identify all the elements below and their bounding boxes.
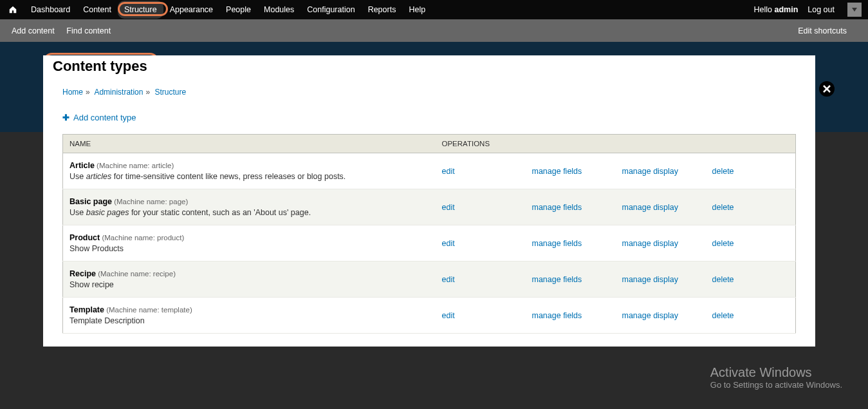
op-manage-display[interactable]: manage display <box>622 311 679 320</box>
cell-op: delete <box>706 225 796 262</box>
plus-icon: ✚ <box>62 113 69 122</box>
type-description: Template Description <box>69 316 429 325</box>
shortcut-find-content[interactable]: Find content <box>66 26 111 35</box>
op-edit[interactable]: edit <box>442 239 455 248</box>
windows-watermark: Activate Windows Go to Settings to activ… <box>710 365 842 390</box>
cell-op: delete <box>706 189 796 225</box>
svg-marker-0 <box>852 8 857 12</box>
table-row: Recipe (Machine name: recipe)Show recipe… <box>63 262 796 298</box>
page-title: Content types <box>53 58 147 74</box>
watermark-sub: Go to Settings to activate Windows. <box>710 380 842 390</box>
op-manage-fields[interactable]: manage fields <box>532 167 582 176</box>
cell-op: manage display <box>616 189 706 225</box>
toolbar-item-modules[interactable]: Modules <box>257 1 300 19</box>
op-edit[interactable]: edit <box>442 203 455 212</box>
cell-op: delete <box>706 153 796 189</box>
cell-op: edit <box>436 153 526 189</box>
machine-name: (Machine name: recipe) <box>96 270 176 278</box>
type-description: Use basic pages for your static content,… <box>69 208 429 217</box>
op-delete[interactable]: delete <box>712 311 734 320</box>
toolbar-item-people[interactable]: People <box>219 1 257 19</box>
watermark-title: Activate Windows <box>710 365 842 380</box>
shortcut-add-content[interactable]: Add content <box>12 26 55 35</box>
type-label: Basic page <box>69 197 112 206</box>
type-label: Template <box>69 305 104 314</box>
op-delete[interactable]: delete <box>712 239 734 248</box>
hello-text: Hello admin <box>754 5 799 14</box>
breadcrumb-home[interactable]: Home <box>62 88 83 97</box>
cell-op: edit <box>436 298 526 334</box>
add-content-type-label: Add content type <box>73 113 136 122</box>
toolbar-item-configuration[interactable]: Configuration <box>300 1 361 19</box>
overlay-panel: Content types Home» Administration» Stru… <box>43 55 815 347</box>
op-delete[interactable]: delete <box>712 275 734 284</box>
table-row: Basic page (Machine name: page)Use basic… <box>63 189 796 225</box>
home-icon[interactable] <box>6 3 19 16</box>
op-manage-fields[interactable]: manage fields <box>532 239 582 248</box>
table-row: Product (Machine name: product)Show Prod… <box>63 225 796 262</box>
machine-name: (Machine name: page) <box>112 198 188 205</box>
toolbar-item-content[interactable]: Content <box>77 1 118 19</box>
type-description: Show Products <box>69 244 429 253</box>
shortcuts-bar: Add content Find content Edit shortcuts <box>0 19 868 42</box>
edit-shortcuts-link[interactable]: Edit shortcuts <box>798 26 847 35</box>
op-manage-display[interactable]: manage display <box>622 275 679 284</box>
op-edit[interactable]: edit <box>442 167 455 176</box>
cell-op: edit <box>436 262 526 298</box>
cell-op: manage display <box>616 153 706 189</box>
close-icon[interactable] <box>819 81 835 97</box>
toolbar-item-structure[interactable]: Structure <box>118 1 163 19</box>
col-name: Name <box>63 135 436 153</box>
col-operations: Operations <box>436 135 796 153</box>
cell-name: Basic page (Machine name: page)Use basic… <box>63 189 436 225</box>
breadcrumb-admin[interactable]: Administration <box>94 88 143 97</box>
toolbar-item-reports[interactable]: Reports <box>362 1 403 19</box>
toolbar-item-dashboard[interactable]: Dashboard <box>24 1 77 19</box>
op-manage-fields[interactable]: manage fields <box>532 203 582 212</box>
op-manage-fields[interactable]: manage fields <box>532 275 582 284</box>
cell-op: manage fields <box>526 189 616 225</box>
toolbar-item-help[interactable]: Help <box>402 1 432 19</box>
machine-name: (Machine name: product) <box>100 234 184 242</box>
type-description: Show recipe <box>69 280 429 289</box>
cell-op: manage display <box>616 225 706 262</box>
cell-name: Product (Machine name: product)Show Prod… <box>63 225 436 262</box>
op-edit[interactable]: edit <box>442 311 455 320</box>
op-delete[interactable]: delete <box>712 167 734 176</box>
table-row: Article (Machine name: article)Use artic… <box>63 153 796 189</box>
type-label: Product <box>69 233 100 242</box>
admin-toolbar: Dashboard Content Structure Appearance P… <box>0 0 868 19</box>
type-label: Article <box>69 161 95 170</box>
op-manage-display[interactable]: manage display <box>622 239 679 248</box>
cell-op: delete <box>706 298 796 334</box>
type-description: Use articles for time-sensitive content … <box>69 172 429 181</box>
cell-op: manage fields <box>526 298 616 334</box>
cell-op: manage fields <box>526 262 616 298</box>
op-manage-display[interactable]: manage display <box>622 203 679 212</box>
cell-op: manage fields <box>526 225 616 262</box>
cell-name: Recipe (Machine name: recipe)Show recipe <box>63 262 436 298</box>
cell-op: delete <box>706 262 796 298</box>
machine-name: (Machine name: template) <box>104 306 192 314</box>
type-label: Recipe <box>69 269 96 278</box>
cell-op: edit <box>436 189 526 225</box>
cell-op: manage fields <box>526 153 616 189</box>
machine-name: (Machine name: article) <box>95 162 174 169</box>
op-edit[interactable]: edit <box>442 275 455 284</box>
op-manage-display[interactable]: manage display <box>622 167 679 176</box>
op-manage-fields[interactable]: manage fields <box>532 311 582 320</box>
cell-op: manage display <box>616 298 706 334</box>
breadcrumb: Home» Administration» Structure <box>62 88 796 97</box>
content-types-table: Name Operations Article (Machine name: a… <box>62 134 796 334</box>
toolbar-toggle-icon[interactable] <box>847 3 862 17</box>
op-delete[interactable]: delete <box>712 203 734 212</box>
cell-op: manage display <box>616 262 706 298</box>
breadcrumb-structure[interactable]: Structure <box>154 88 186 97</box>
toolbar-item-appearance[interactable]: Appearance <box>163 1 219 19</box>
cell-name: Article (Machine name: article)Use artic… <box>63 153 436 189</box>
logout-link-top[interactable]: Log out <box>808 5 835 14</box>
add-content-type-link[interactable]: ✚ Add content type <box>62 113 136 122</box>
cell-name: Template (Machine name: template)Templat… <box>63 298 436 334</box>
cell-op: edit <box>436 225 526 262</box>
table-row: Template (Machine name: template)Templat… <box>63 298 796 334</box>
